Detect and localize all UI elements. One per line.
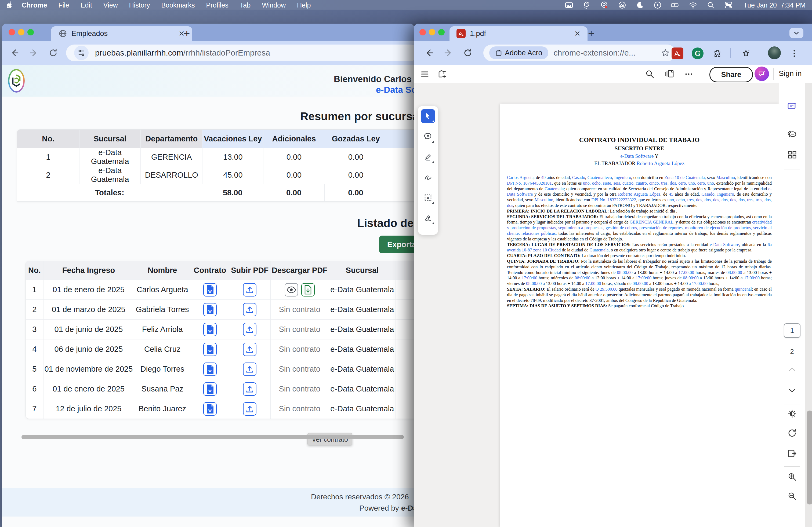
back-icon[interactable] [8, 46, 21, 59]
menu-item-edit[interactable]: Edit [75, 0, 98, 10]
menu-item-window[interactable]: Window [256, 0, 291, 10]
forward-icon[interactable] [27, 46, 40, 59]
window-close-button[interactable] [419, 29, 426, 35]
ai-summary-icon[interactable] [779, 101, 805, 111]
menu-item-chrome[interactable]: Chrome [16, 0, 53, 10]
zoom-out-icon[interactable] [779, 491, 805, 501]
window-zoom-button[interactable] [438, 29, 445, 35]
url-bar[interactable]: Adobe Acro chrome-extension://e... [483, 45, 676, 61]
tab-empleados[interactable]: Empleados ✕ [51, 26, 192, 41]
zoom-in-icon[interactable] [779, 472, 805, 482]
extension-chip[interactable]: Adobe Acro [489, 46, 548, 59]
new-tab-button[interactable]: + [588, 28, 594, 39]
reload-icon[interactable] [461, 46, 474, 59]
keyboard-icon[interactable] [565, 1, 573, 10]
pdf-scrollbar-thumb[interactable] [807, 410, 812, 505]
download-pdf-button[interactable] [301, 283, 315, 297]
next-page-icon[interactable] [779, 386, 805, 395]
camera-off-icon[interactable] [600, 1, 609, 10]
highlight-tool[interactable] [421, 150, 435, 164]
tab-search-chevron[interactable] [789, 28, 803, 38]
menu-item-view[interactable]: View [98, 0, 124, 10]
acrobat-extension-icon[interactable] [671, 47, 684, 60]
summary-cell: 1 [17, 148, 79, 166]
comment-tool[interactable] [421, 130, 435, 144]
upload-pdf-button[interactable] [243, 382, 257, 396]
view-contract-doc-button[interactable]: W [203, 283, 217, 297]
grammarly-extension-icon[interactable]: G [691, 47, 704, 60]
ai-assistant-button[interactable] [755, 66, 769, 81]
bookmark-star-icon[interactable] [661, 48, 670, 57]
tab-pdf[interactable]: 1.pdf ✕ [450, 26, 588, 41]
bookmarks-ai-star-icon[interactable] [740, 47, 752, 60]
apple-menu-icon[interactable] [6, 0, 14, 10]
view-contract-doc-button[interactable]: W [203, 343, 217, 356]
battery-plug-icon[interactable] [671, 1, 680, 10]
export-button[interactable]: Exportar [379, 236, 414, 253]
horizontal-scrollbar-thumb[interactable] [21, 435, 404, 439]
previous-page-icon[interactable] [779, 365, 805, 374]
new-tab-button[interactable]: + [184, 28, 190, 39]
menu-item-profiles[interactable]: Profiles [200, 0, 234, 10]
page-display-icon[interactable] [779, 408, 805, 419]
wifi-icon[interactable] [689, 1, 697, 10]
acrobat-menu-icon[interactable] [418, 67, 432, 81]
view-contract-doc-button[interactable]: W [203, 402, 217, 416]
extensions-puzzle-icon[interactable] [711, 47, 724, 60]
search-icon[interactable] [707, 1, 715, 10]
pdf-vertical-scrollbar[interactable] [805, 83, 812, 527]
page-thumbnails-icon[interactable] [663, 67, 677, 81]
tab-strip: Empleados ✕ + [2, 24, 414, 41]
view-contract-doc-button[interactable]: W [203, 303, 217, 316]
reload-icon[interactable] [47, 46, 60, 59]
upload-pdf-button[interactable] [243, 362, 257, 376]
menu-item-tab[interactable]: Tab [234, 0, 256, 10]
text-box-tool[interactable]: A [421, 191, 435, 205]
control-center-icon[interactable] [724, 1, 733, 10]
browser-menu-icon[interactable] [788, 47, 801, 60]
draw-tool[interactable] [421, 170, 435, 184]
window-zoom-button[interactable] [27, 29, 34, 35]
current-page-input[interactable]: 1 [784, 323, 800, 338]
menu-item-help[interactable]: Help [291, 0, 316, 10]
tab-close-icon[interactable]: ✕ [574, 29, 581, 38]
window-minimize-button[interactable] [18, 29, 25, 35]
extract-pages-icon[interactable] [779, 448, 805, 459]
menu-item-bookmarks[interactable]: Bookmarks [156, 0, 200, 10]
moon-icon[interactable] [636, 1, 644, 10]
openai-icon[interactable] [582, 1, 591, 10]
site-settings-icon[interactable] [74, 46, 89, 60]
rotate-page-icon[interactable] [779, 428, 805, 438]
url-bar[interactable]: pruebas.planillarrhh.com/rrhh/listadoPor… [66, 45, 414, 61]
window-minimize-button[interactable] [429, 29, 435, 35]
upload-pdf-button[interactable] [243, 283, 257, 297]
welcome-company[interactable]: e-Data Software [376, 85, 414, 95]
upload-pdf-button[interactable] [243, 323, 257, 336]
add-tools-icon[interactable] [435, 67, 449, 81]
menu-item-history[interactable]: History [124, 0, 156, 10]
horizontal-scrollbar[interactable] [20, 434, 413, 440]
play-circle-icon[interactable] [653, 1, 662, 10]
back-icon[interactable] [423, 46, 436, 59]
upload-pdf-button[interactable] [243, 402, 257, 416]
preview-pdf-button[interactable] [285, 283, 298, 297]
sign-in-button[interactable]: Sign in [779, 69, 802, 78]
sign-tool[interactable] [421, 211, 435, 225]
comments-panel-icon[interactable] [779, 129, 805, 140]
thumbnails-panel-icon[interactable] [779, 149, 805, 160]
profile-avatar[interactable] [768, 46, 781, 59]
next-page-label[interactable]: 2 [779, 347, 805, 356]
view-contract-doc-button[interactable]: W [203, 323, 217, 336]
forward-icon[interactable] [442, 46, 455, 59]
share-button[interactable]: Share [709, 67, 753, 82]
view-contract-doc-button[interactable]: W [203, 382, 217, 396]
mountain-app-icon[interactable] [618, 1, 626, 10]
upload-pdf-button[interactable] [243, 343, 257, 356]
view-contract-doc-button[interactable]: W [203, 362, 217, 376]
search-icon[interactable] [643, 67, 657, 81]
more-tools-icon[interactable] [682, 67, 696, 81]
upload-pdf-button[interactable] [243, 303, 257, 316]
window-close-button[interactable] [9, 29, 15, 35]
menu-item-file[interactable]: File [53, 0, 75, 10]
select-tool[interactable] [421, 109, 435, 123]
